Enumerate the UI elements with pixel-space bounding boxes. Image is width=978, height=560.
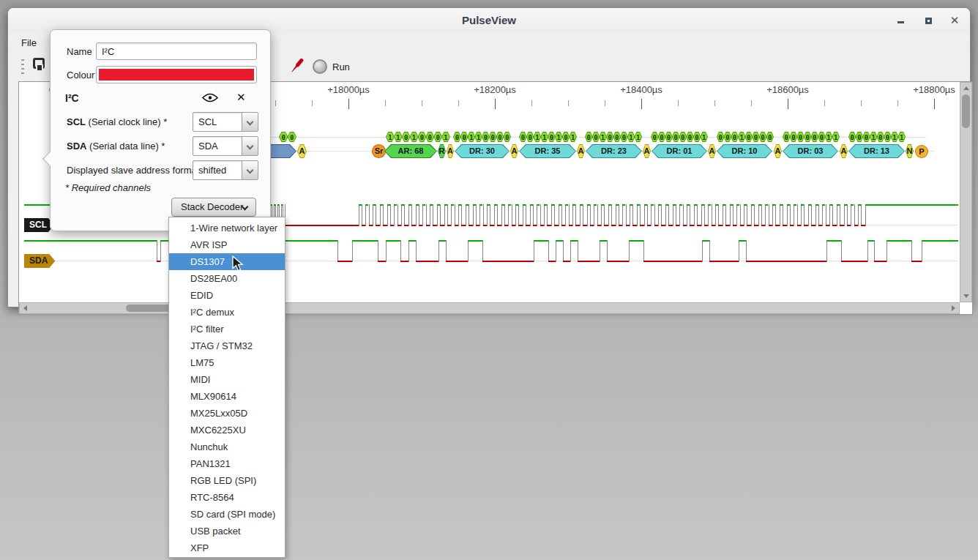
address-format-select[interactable]: shifted bbox=[193, 160, 242, 180]
sda-channel-select-arrow[interactable] bbox=[242, 136, 258, 156]
bit-annotation: 1 bbox=[897, 132, 906, 142]
dropdown-item-xfp[interactable]: XFP bbox=[169, 540, 285, 556]
address-format-select-arrow[interactable] bbox=[242, 160, 258, 180]
dropdown-item-ds1307[interactable]: DS1307 bbox=[169, 253, 285, 270]
bit-annotation: 1 bbox=[599, 132, 607, 142]
dropdown-item-midi[interactable]: MIDI bbox=[169, 371, 285, 388]
bit-annotation: 0 bbox=[790, 132, 798, 142]
required-channels-note: * Required channels bbox=[65, 182, 151, 193]
dropdown-item-usb-packet[interactable]: USB packet bbox=[169, 523, 285, 540]
scroll-left-icon[interactable] bbox=[23, 305, 27, 311]
bit-annotation: 0 bbox=[884, 132, 892, 142]
mouse-cursor bbox=[232, 255, 245, 276]
dropdown-item-mxc6225xu[interactable]: MXC6225XU bbox=[169, 422, 285, 438]
decoder-options-popup: Name Colour I²C ✕ SCL (Serial clock line… bbox=[50, 29, 271, 231]
ruler-tick-minor bbox=[824, 100, 825, 106]
ruler-tick-minor bbox=[714, 100, 715, 106]
bit-annotation: 0 bbox=[279, 132, 288, 142]
annotation-dr-13: DR: 13 bbox=[848, 144, 905, 158]
annotation-a: A bbox=[643, 144, 651, 158]
bit-annotation: 1 bbox=[474, 132, 482, 142]
stack-decoder-button[interactable]: Stack Decoder bbox=[171, 198, 256, 217]
dropdown-item-pan1321[interactable]: PAN1321 bbox=[169, 455, 285, 472]
vertical-scrollbar[interactable] bbox=[960, 82, 972, 302]
bit-annotation: 1 bbox=[891, 132, 899, 142]
bit-annotation: 1 bbox=[700, 132, 708, 142]
dropdown-item-lm75[interactable]: LM75 bbox=[169, 354, 285, 371]
scroll-right-icon[interactable] bbox=[952, 305, 955, 311]
dropdown-item-rtc-8564[interactable]: RTC-8564 bbox=[169, 489, 285, 506]
chevron-down-icon bbox=[247, 119, 254, 126]
bit-annotation: 0 bbox=[679, 132, 687, 142]
annotation-dr-23: DR: 23 bbox=[586, 144, 642, 158]
bit-annotation: 0 bbox=[848, 132, 856, 142]
ruler-tick-minor bbox=[422, 100, 422, 106]
annotation-a: A bbox=[840, 144, 848, 158]
scroll-down-icon[interactable] bbox=[963, 294, 969, 298]
dropdown-item-rgb-led-spi-[interactable]: RGB LED (SPI) bbox=[169, 472, 285, 489]
bit-annotation: 1 bbox=[634, 132, 642, 142]
bit-annotation: 0 bbox=[613, 132, 621, 142]
colour-swatch-button[interactable] bbox=[96, 66, 257, 83]
bit-annotation: 0 bbox=[651, 132, 659, 142]
dropdown-item-avr-isp[interactable]: AVR ISP bbox=[169, 236, 285, 253]
dropdown-item-edid[interactable]: EDID bbox=[169, 287, 285, 304]
toolbar-drag-handle[interactable] bbox=[21, 59, 24, 75]
dropdown-item-1-wire-network-layer[interactable]: 1-Wire network layer bbox=[169, 220, 285, 236]
dropdown-item-mlx90614[interactable]: MLX90614 bbox=[169, 388, 285, 405]
bit-annotation: 1 bbox=[441, 132, 450, 142]
bit-annotation: 0 bbox=[433, 132, 442, 142]
probe-icon[interactable] bbox=[285, 55, 307, 78]
desktop-background: PulseView ✕ File View bbox=[0, 0, 978, 560]
bit-annotation: 0 bbox=[877, 132, 885, 142]
bit-annotation: 0 bbox=[759, 132, 767, 142]
vertical-scroll-thumb[interactable] bbox=[962, 94, 970, 128]
channel-tag-sda[interactable]: SDA bbox=[24, 254, 55, 268]
bit-annotation: 0 bbox=[402, 132, 411, 142]
dropdown-item-i-c-demux[interactable]: I²C demux bbox=[169, 304, 285, 321]
run-button[interactable]: Run bbox=[313, 57, 350, 76]
menu-file[interactable]: File bbox=[18, 36, 40, 50]
maximize-button[interactable] bbox=[922, 14, 935, 27]
stack-decoder-dropdown: 1-Wire network layerAVR ISPDS1307DS28EA0… bbox=[168, 217, 285, 558]
bit-annotation: 0 bbox=[818, 132, 826, 142]
bit-annotation: 0 bbox=[665, 132, 673, 142]
bit-annotation: 0 bbox=[658, 132, 666, 142]
scroll-up-icon[interactable] bbox=[963, 86, 969, 90]
annotation-dr-03: DR: 03 bbox=[783, 144, 838, 158]
ruler-tick-minor bbox=[751, 100, 752, 106]
bit-annotation: 0 bbox=[862, 132, 870, 142]
ruler-label: +18600µs bbox=[766, 84, 809, 95]
ruler-label: +18800µs bbox=[913, 84, 955, 95]
dropdown-item-nunchuk[interactable]: Nunchuk bbox=[169, 438, 285, 455]
new-session-icon[interactable] bbox=[31, 58, 48, 74]
dropdown-item-mx25lxx05d[interactable]: MX25Lxx05D bbox=[169, 405, 285, 422]
bit-annotation: 0 bbox=[585, 132, 593, 142]
ruler-tick-major bbox=[934, 99, 935, 109]
delete-decoder-icon[interactable]: ✕ bbox=[236, 91, 246, 104]
close-button[interactable]: ✕ bbox=[948, 14, 961, 27]
name-input[interactable] bbox=[96, 42, 257, 60]
ruler-label: +18200µs bbox=[474, 84, 516, 95]
bit-annotation: 1 bbox=[738, 132, 746, 142]
bit-annotation: 0 bbox=[482, 132, 490, 142]
bit-group: 00110000 bbox=[453, 132, 510, 142]
bit-annotation: 0 bbox=[453, 132, 461, 142]
dropdown-item-i-c-filter[interactable]: I²C filter bbox=[169, 321, 285, 337]
bit-annotation: 0 bbox=[526, 132, 534, 142]
dropdown-item-sd-card-spi-mode-[interactable]: SD card (SPI mode) bbox=[169, 506, 285, 523]
visibility-eye-icon[interactable] bbox=[202, 93, 218, 105]
minimize-button[interactable] bbox=[894, 14, 907, 27]
dropdown-item-jtag-stm32[interactable]: JTAG / STM32 bbox=[169, 337, 285, 354]
dropdown-item-ds28ea00[interactable]: DS28EA00 bbox=[169, 270, 285, 287]
ruler-label: +18000µs bbox=[327, 84, 370, 95]
horizontal-scrollbar[interactable] bbox=[19, 302, 960, 314]
annotation-a: A bbox=[577, 144, 585, 158]
bit-annotation: 0 bbox=[856, 132, 864, 142]
run-label: Run bbox=[332, 61, 350, 72]
colour-label: Colour bbox=[67, 70, 94, 81]
scl-channel-select[interactable]: SCL bbox=[193, 112, 242, 132]
colour-value bbox=[99, 69, 254, 81]
scl-channel-select-arrow[interactable] bbox=[242, 112, 258, 132]
sda-channel-select[interactable]: SDA bbox=[193, 136, 242, 156]
